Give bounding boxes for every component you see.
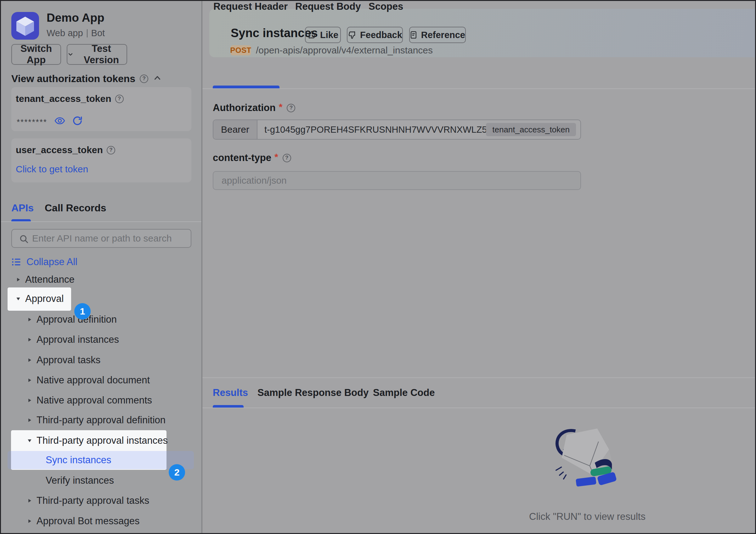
authorization-input[interactable]: Bearer t-g1045gg7POREH4SFKRUSNHNH7WVVVRN… [213, 119, 581, 140]
thumbs-down-icon [347, 31, 356, 39]
caret-right-icon[interactable] [15, 276, 21, 283]
get-user-token-link[interactable]: Click to get token [16, 164, 88, 174]
caret-right-icon[interactable] [26, 377, 33, 383]
api-search-box[interactable] [11, 229, 191, 248]
tokens-section-title: View authorization tokens [11, 73, 135, 85]
step-1-badge: 1 [74, 303, 91, 319]
required-asterisk: * [275, 152, 278, 162]
empty-results-message: Click "RUN" to view results [520, 511, 655, 522]
tab-call-records[interactable]: Call Records [45, 202, 106, 214]
collapse-all-button[interactable]: Collapse All [11, 256, 77, 268]
caret-right-icon[interactable] [26, 518, 33, 524]
collapse-list-icon [11, 258, 21, 267]
required-asterisk: * [279, 102, 283, 112]
caret-right-icon[interactable] [26, 357, 33, 363]
tree-item-approval-definition[interactable]: Approval definition [1, 313, 202, 326]
caret-right-icon[interactable] [26, 317, 33, 323]
tab-sample-code[interactable]: Sample Code [373, 387, 435, 398]
switch-app-label: Switch App [12, 43, 61, 66]
tree-item-approval-tasks[interactable]: Approval tasks [1, 353, 202, 367]
tab-request-header[interactable]: Request Header [213, 1, 288, 12]
tree-item-label: Third-party approval instances [37, 435, 168, 446]
divider [1, 221, 202, 222]
tab-sample-response-body[interactable]: Sample Response Body [257, 387, 368, 398]
subtitle-divider [87, 29, 88, 38]
tree-item-label: Approval tasks [37, 354, 100, 366]
like-label: Like [320, 30, 338, 40]
tab-apis-label: APIs [11, 202, 34, 214]
tab-results[interactable]: Results [213, 387, 248, 398]
app-subtitle: Web app Bot [46, 28, 105, 38]
tree-item-thirdparty-approval-tasks[interactable]: Third-party approval tasks [1, 494, 202, 508]
content-type-field-label: content-type * [213, 152, 291, 164]
tree-item-attendance[interactable]: Attendance [1, 273, 202, 287]
caret-down-icon[interactable] [15, 295, 21, 302]
caret-right-icon[interactable] [26, 397, 33, 403]
empty-results-illustration [548, 425, 620, 496]
help-icon[interactable] [107, 146, 115, 154]
tree-item-label: Verify instances [46, 475, 114, 486]
http-method-badge: POST [231, 45, 251, 55]
user-token-card: user_access_token Click to get token [11, 139, 191, 182]
tree-item-approval[interactable]: Approval [1, 292, 202, 306]
tenant-token-card: tenant_access_token ******** [11, 87, 191, 131]
caret-down-icon[interactable] [26, 438, 33, 444]
refresh-token-icon[interactable] [72, 116, 82, 126]
api-path: /open-apis/approval/v4/external_instance… [256, 45, 433, 56]
masked-token-value: ******** [17, 114, 47, 127]
search-input[interactable] [32, 230, 189, 247]
show-token-eye-icon[interactable] [54, 116, 66, 125]
authorization-label: Authorization [213, 102, 276, 114]
chevron-up-icon[interactable] [153, 73, 162, 84]
tree-item-label: Sync instances [46, 454, 111, 466]
document-icon [410, 31, 417, 39]
chevron-down-icon [68, 51, 74, 58]
tab-call-records-label: Call Records [45, 202, 106, 214]
tab-apis[interactable]: APIs [11, 202, 34, 214]
help-icon[interactable] [287, 104, 295, 112]
sidebar: Demo App Web app Bot Switch App Test Ver… [1, 1, 202, 533]
step-2-badge: 2 [169, 464, 185, 481]
reference-label: Reference [421, 30, 465, 40]
bearer-prefix: Bearer [213, 120, 257, 139]
tree-item-thirdparty-approval-definition[interactable]: Third-party approval definition [1, 413, 202, 427]
content-type-input[interactable] [213, 171, 581, 190]
divider [202, 89, 755, 89]
api-header-card: Sync instances Like Feedback Reference P… [209, 9, 755, 57]
switch-app-button[interactable]: Switch App [11, 44, 61, 65]
tree-item-thirdparty-approval-instances[interactable]: Third-party approval instances [1, 434, 202, 447]
tree-item-native-approval-document[interactable]: Native approval document [1, 373, 202, 387]
tree-item-sync-instances[interactable]: Sync instances [1, 453, 202, 467]
caret-right-icon[interactable] [26, 417, 33, 423]
tokens-section-header: View authorization tokens [11, 73, 162, 85]
tree-item-label: Native approval comments [37, 395, 152, 406]
tab-request-body[interactable]: Request Body [295, 1, 361, 12]
tree-item-native-approval-comments[interactable]: Native approval comments [1, 394, 202, 407]
feedback-button[interactable]: Feedback [347, 27, 403, 43]
authorization-token-value[interactable]: t-g1045gg7POREH4SFKRUSNHNH7WVVVRNXWLZ5N [264, 120, 501, 139]
like-button[interactable]: Like [305, 27, 341, 43]
test-version-button[interactable]: Test Version [67, 44, 127, 65]
tenant-token-label: tenant_access_token [16, 93, 111, 104]
reference-button[interactable]: Reference [409, 27, 466, 43]
authorization-field-label: Authorization * [213, 102, 295, 114]
caret-right-icon[interactable] [26, 497, 33, 504]
caret-right-icon[interactable] [26, 337, 33, 343]
content-type-label: content-type [213, 152, 271, 164]
help-icon[interactable] [140, 75, 148, 83]
tree-item-approval-bot-messages[interactable]: Approval Bot messages [1, 514, 202, 528]
collapse-all-label: Collapse All [26, 256, 77, 267]
help-icon[interactable] [115, 95, 124, 103]
tree-item-approval-instances[interactable]: Approval instances [1, 333, 202, 346]
test-version-label: Test Version [76, 43, 126, 66]
tree-item-label: Approval [25, 293, 64, 304]
tab-scopes[interactable]: Scopes [368, 1, 403, 12]
help-icon[interactable] [283, 154, 291, 162]
app-name: Demo App [46, 11, 104, 25]
token-type-chip[interactable]: tenant_access_token [486, 123, 576, 136]
app-type-web: Web app [46, 28, 83, 38]
tree-item-label: Third-party approval definition [37, 415, 166, 426]
app-logo-cube-icon [11, 12, 39, 39]
main-panel: Sync instances Like Feedback Reference P… [202, 1, 755, 533]
tree-item-label: Approval instances [37, 334, 119, 345]
